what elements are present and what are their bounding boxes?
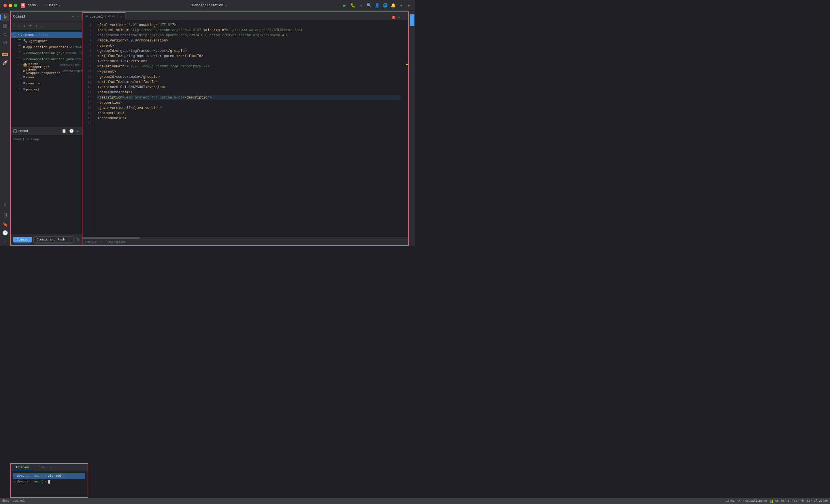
svg-rect-5 [3, 26, 5, 28]
right-sidebar [409, 11, 415, 246]
svg-point-0 [4, 15, 5, 16]
line-num-19: 19 [83, 116, 91, 121]
line-num-7: 7 [83, 54, 91, 59]
file-icon-demojava: ☕ [23, 51, 25, 55]
more-options-icon[interactable]: ⋯ [71, 14, 74, 20]
close-button[interactable] [3, 4, 7, 7]
profile-button[interactable]: 👤 [375, 3, 379, 8]
svg-rect-3 [3, 24, 5, 26]
sidebar-item-share[interactable]: ⇧ [1, 238, 9, 246]
commit-button[interactable]: Commit [13, 237, 32, 242]
commit-message-area[interactable]: Commit Message [11, 135, 82, 234]
sidebar-item-database[interactable]: 🗄 [1, 212, 9, 220]
sidebar-item-aws[interactable]: aws [1, 50, 9, 58]
line-num-4: 4 [83, 38, 91, 43]
list-item[interactable]: m pom.xml [11, 87, 82, 93]
amend-bar: Amend 📋 🕐 ✚ [11, 127, 82, 135]
run-button[interactable]: ▶ [342, 3, 347, 8]
branch-selector[interactable]: ⎇ main ▾ [44, 3, 60, 7]
translate-button[interactable]: 🌐 [383, 3, 387, 8]
amend-clock-icon[interactable]: 🕐 [69, 128, 74, 134]
file-checkbox-5[interactable] [18, 70, 21, 73]
list-item[interactable]: 📦 maven-wrapper.jar .mvn/wrapper [11, 62, 82, 68]
minimize-button[interactable] [9, 4, 12, 7]
code-line-2: <project xmlns="http://maven.apache.org/… [97, 28, 401, 33]
list-item[interactable]: ⚙ maven-wrapper.properties .mvn/wrapper [11, 68, 82, 74]
warning-badge: 1 [392, 16, 395, 19]
close-all-icon[interactable]: ✕ [40, 23, 43, 29]
forward-button[interactable]: ▶ [407, 3, 412, 8]
changes-checkbox[interactable] [13, 33, 16, 37]
list-item[interactable]: ☕ DemoApplicationTests.java src/test/jav… [11, 56, 82, 62]
stash-icon[interactable]: ⬇ [23, 23, 27, 29]
sidebar-item-clock[interactable]: 🕐 [1, 229, 9, 237]
file-checkbox-7[interactable] [18, 82, 21, 85]
sidebar-item-rocket[interactable]: 🚀 [1, 59, 9, 67]
file-checkbox-6[interactable] [18, 76, 21, 79]
editor-more-icon[interactable]: ⋯ [397, 15, 401, 21]
filename-6: mvnw [26, 76, 34, 79]
file-checkbox-4[interactable] [18, 64, 21, 67]
code-line-18: </properties> [97, 110, 401, 116]
activity-bar: aws 🚀 ⚙ 🗄 🔖 🕐 ⇧ [0, 11, 10, 246]
line-num-5: 5 [83, 43, 91, 48]
changes-group[interactable]: ▼ Changes 9 files [11, 32, 82, 38]
breadcrumb-project[interactable]: project [85, 240, 97, 244]
tab-context-name: demo [108, 15, 115, 18]
eye-icon[interactable]: 👁 [28, 23, 33, 29]
line-num-9: 9 [83, 64, 91, 69]
notification-button[interactable]: 🔔 [391, 3, 395, 8]
editor-scrollbar-thumb[interactable] [83, 237, 140, 239]
sidebar-item-git[interactable] [1, 13, 9, 21]
arrow-up-icon[interactable]: ↑ [35, 23, 38, 29]
undo-icon[interactable]: ↶ [18, 23, 21, 29]
maximize-button[interactable] [14, 4, 17, 7]
file-checkbox-2[interactable] [18, 52, 21, 55]
editor-scrollbar[interactable] [83, 236, 408, 239]
code-line-7: <artifactId>spring-boot-starter-parent</… [97, 54, 401, 59]
code-area[interactable]: <?xml version="1.0" encoding="UTF-8"?> <… [94, 21, 404, 236]
file-icon-demotestjava: ☕ [23, 57, 25, 61]
list-item[interactable]: ☕ DemoApplication.java src/main/java/com… [11, 50, 82, 56]
list-item[interactable]: ⚙ application.properties src/main/resour… [11, 44, 82, 50]
sidebar-item-extensions[interactable] [1, 39, 9, 47]
overview-ruler [404, 21, 408, 236]
more-actions-button[interactable]: ⋯ [358, 3, 363, 8]
editor-collapse-icon[interactable]: ⌄ [402, 15, 406, 21]
file-checkbox-8[interactable] [18, 88, 21, 91]
refresh-icon[interactable]: ↻ [13, 23, 16, 29]
editor-panel: m pom.xml (demo) ✕ 1 ⋯ ⌄ 1 2 3 4 5 [82, 11, 409, 246]
sidebar-item-explorer[interactable] [1, 22, 9, 30]
sidebar-item-search[interactable] [1, 31, 9, 39]
file-icon-mavenjar: 📦 [23, 63, 27, 67]
search-button[interactable]: 🔍 [366, 3, 371, 8]
commit-settings-icon[interactable]: ⚙ [77, 237, 79, 242]
xml-file-icon: m [86, 15, 88, 18]
minimize-panel-icon[interactable]: − [76, 14, 79, 19]
commit-and-push-button[interactable]: Commit and Push... [33, 236, 74, 243]
code-line-10: </parent> [97, 69, 401, 74]
tab-context: ( [105, 15, 106, 18]
amend-template-icon[interactable]: 📋 [61, 128, 67, 134]
branch-name: main [49, 3, 57, 7]
title-bar-actions: ▶ 🐛 ⋯ 🔍 👤 🌐 🔔 ◀ ▶ [342, 3, 412, 8]
sidebar-item-settings[interactable]: ⚙ [1, 201, 9, 209]
list-item[interactable]: 🔧 .gitignore [11, 38, 82, 44]
amend-add-icon[interactable]: ✚ [76, 128, 79, 134]
back-button[interactable]: ◀ [399, 3, 404, 8]
file-checkbox-3[interactable] [18, 58, 21, 61]
breadcrumb-separator: › [101, 240, 103, 244]
amend-icons: 📋 🕐 ✚ [61, 128, 79, 134]
line-num-3: 3 [83, 33, 91, 38]
tab-pom-xml[interactable]: m pom.xml (demo) ✕ [83, 12, 126, 21]
sidebar-item-bookmarks[interactable]: 🔖 [1, 220, 9, 228]
breadcrumb-description[interactable]: description [107, 240, 126, 244]
file-checkbox-0[interactable] [18, 39, 21, 43]
amend-checkbox[interactable] [13, 129, 17, 133]
tab-close-icon[interactable]: ✕ [120, 15, 122, 19]
list-item[interactable]: ≡ mvnw.cmd [11, 80, 82, 87]
project-selector[interactable]: d demo ▾ [21, 3, 39, 8]
file-checkbox-1[interactable] [18, 45, 21, 49]
debug-button[interactable]: 🐛 [350, 3, 355, 8]
list-item[interactable]: ≡ mvnw [11, 74, 82, 80]
